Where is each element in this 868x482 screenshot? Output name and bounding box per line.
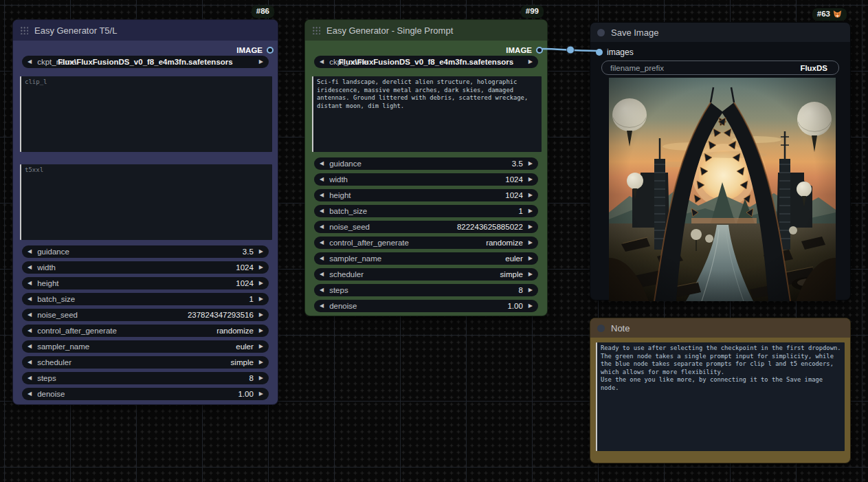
prev-arrow-icon[interactable] <box>27 281 32 286</box>
next-arrow-icon[interactable] <box>528 287 533 293</box>
node-easy-generator-single-prompt[interactable]: #99 Easy Generator - Single Prompt IMAGE… <box>304 19 548 316</box>
prev-arrow-icon[interactable] <box>320 256 324 261</box>
widget-sampler-name[interactable]: sampler_nameeuler <box>22 340 269 353</box>
image-output-slot[interactable] <box>536 47 543 54</box>
prev-arrow-icon[interactable] <box>320 161 324 166</box>
prev-arrow-icon[interactable] <box>27 296 32 302</box>
widget-value: simple <box>500 270 523 278</box>
widget-value: 1.00 <box>507 302 522 310</box>
widget-value: 1024 <box>505 191 523 199</box>
note-textarea[interactable]: Ready to use after selecting the checkpo… <box>596 342 845 451</box>
widget-scheduler[interactable]: schedulersimple <box>314 268 538 281</box>
next-arrow-icon[interactable] <box>528 256 533 261</box>
next-arrow-icon[interactable] <box>259 391 263 397</box>
prev-arrow-icon[interactable] <box>320 287 324 293</box>
ckpt-name-widget[interactable]: ckpt_name Flux\FluxFusionDS_v0_f8_e4m3fn… <box>22 56 269 68</box>
next-arrow-icon[interactable] <box>528 193 533 198</box>
widget-width[interactable]: width1024 <box>314 173 538 186</box>
prev-arrow-icon[interactable] <box>320 59 324 65</box>
node-easy-generator-t5l[interactable]: #86 Easy Generator T5/L IMAGE ckpt_name … <box>12 19 278 405</box>
widget-denoise[interactable]: denoise1.00 <box>314 300 538 312</box>
prev-arrow-icon[interactable] <box>27 265 32 270</box>
widget-batch-size[interactable]: batch_size1 <box>314 205 538 217</box>
prev-arrow-icon[interactable] <box>27 328 32 333</box>
widget-sampler-name[interactable]: sampler_nameeuler <box>314 252 538 265</box>
widget-label: control_after_generate <box>329 239 409 247</box>
preview-scene <box>609 78 836 301</box>
node-note[interactable]: Note Ready to use after selecting the ch… <box>590 318 851 463</box>
prev-arrow-icon[interactable] <box>27 312 32 318</box>
next-arrow-icon[interactable] <box>259 360 263 365</box>
widget-control-after-generate[interactable]: control_after_generaterandomize <box>314 237 538 249</box>
images-input-slot[interactable] <box>596 49 603 56</box>
next-arrow-icon[interactable] <box>528 224 533 230</box>
widget-steps[interactable]: steps8 <box>22 372 269 384</box>
input-slot-label: images <box>607 47 634 57</box>
clip-l-textarea[interactable] <box>20 76 272 152</box>
widget-label: scheduler <box>329 270 364 278</box>
widget-value: 8 <box>518 286 522 294</box>
collapse-dots-icon[interactable] <box>20 26 28 34</box>
t5xxl-textarea[interactable] <box>20 164 272 240</box>
prev-arrow-icon[interactable] <box>27 391 32 397</box>
node-header[interactable]: Easy Generator T5/L <box>13 20 278 41</box>
prev-arrow-icon[interactable] <box>27 344 32 349</box>
widget-noise-seed[interactable]: noise_seed822243625885022 <box>314 221 538 233</box>
prev-arrow-icon[interactable] <box>320 193 324 198</box>
next-arrow-icon[interactable] <box>528 161 533 166</box>
next-arrow-icon[interactable] <box>528 59 533 65</box>
prev-arrow-icon[interactable] <box>320 208 324 214</box>
widget-value: 1 <box>518 207 522 215</box>
widget-guidance[interactable]: guidance3.5 <box>314 157 538 170</box>
next-arrow-icon[interactable] <box>259 265 263 270</box>
widget-value: 822243625885022 <box>457 223 523 231</box>
collapse-dots-icon[interactable] <box>312 26 320 34</box>
prev-arrow-icon[interactable] <box>27 360 32 365</box>
widget-height[interactable]: height1024 <box>22 277 269 289</box>
prev-arrow-icon[interactable] <box>27 59 32 65</box>
prev-arrow-icon[interactable] <box>320 177 324 182</box>
widget-label: sampler_name <box>329 254 381 263</box>
prev-arrow-icon[interactable] <box>320 303 324 309</box>
widget-steps[interactable]: steps8 <box>314 284 538 296</box>
next-arrow-icon[interactable] <box>259 344 263 349</box>
prev-arrow-icon[interactable] <box>27 375 32 381</box>
filename-prefix-widget[interactable]: filename_prefix FluxDS <box>601 61 839 75</box>
next-arrow-icon[interactable] <box>528 240 533 245</box>
widget-noise-seed[interactable]: noise_seed237824347293516 <box>22 309 269 321</box>
fox-icon <box>833 10 842 19</box>
widget-batch-size[interactable]: batch_size1 <box>22 293 269 305</box>
next-arrow-icon[interactable] <box>259 249 263 254</box>
widget-label: width <box>37 263 56 272</box>
next-arrow-icon[interactable] <box>528 208 533 214</box>
widget-control-after-generate[interactable]: control_after_generaterandomize <box>22 325 269 337</box>
widget-label: height <box>329 191 350 199</box>
next-arrow-icon[interactable] <box>528 303 533 309</box>
next-arrow-icon[interactable] <box>259 296 263 302</box>
next-arrow-icon[interactable] <box>528 272 533 277</box>
prev-arrow-icon[interactable] <box>27 249 32 254</box>
ckpt-name-widget[interactable]: ckpt_name Flux\FluxFusionDS_v0_f8_e4m3fn… <box>314 56 538 68</box>
widget-denoise[interactable]: denoise1.00 <box>22 388 269 400</box>
node-header[interactable]: Note <box>590 318 850 338</box>
next-arrow-icon[interactable] <box>259 328 263 333</box>
node-header[interactable]: Save Image <box>590 23 850 42</box>
widget-guidance[interactable]: guidance3.5 <box>22 245 269 258</box>
next-arrow-icon[interactable] <box>259 312 263 318</box>
prompt-textarea[interactable]: Sci-fi landscape, derelict alien structu… <box>312 76 542 152</box>
widget-scheduler[interactable]: schedulersimple <box>22 356 269 369</box>
next-arrow-icon[interactable] <box>528 177 533 182</box>
widget-value: 1024 <box>236 279 254 287</box>
next-arrow-icon[interactable] <box>259 375 263 381</box>
widget-width[interactable]: width1024 <box>22 261 269 274</box>
node-save-image[interactable]: #63 Save Image images filename_prefix Fl… <box>590 22 851 300</box>
prev-arrow-icon[interactable] <box>320 224 324 230</box>
generated-image-preview[interactable] <box>609 78 836 301</box>
prev-arrow-icon[interactable] <box>320 272 324 277</box>
image-output-slot[interactable] <box>267 47 274 54</box>
prev-arrow-icon[interactable] <box>320 240 324 245</box>
node-header[interactable]: Easy Generator - Single Prompt <box>305 20 547 41</box>
next-arrow-icon[interactable] <box>259 59 263 65</box>
next-arrow-icon[interactable] <box>259 281 263 286</box>
widget-height[interactable]: height1024 <box>314 189 538 201</box>
